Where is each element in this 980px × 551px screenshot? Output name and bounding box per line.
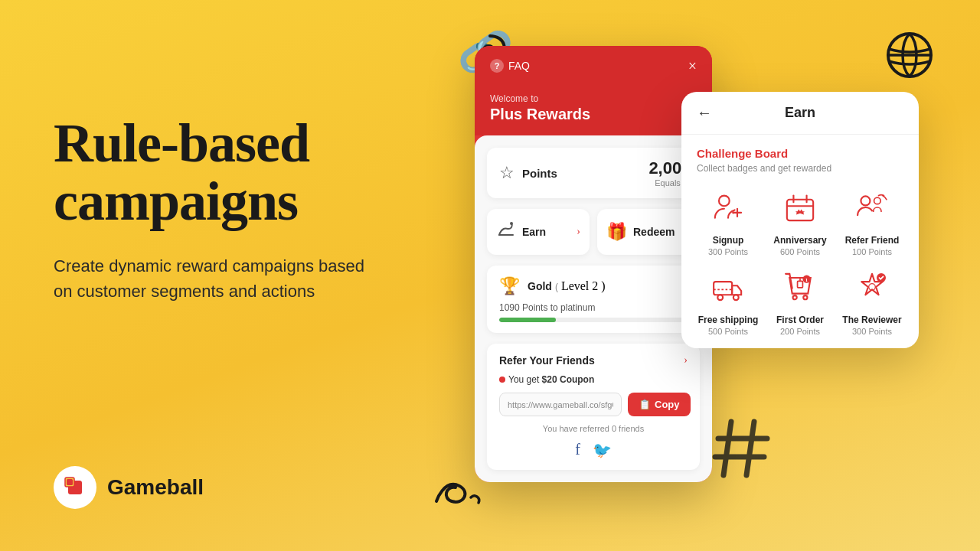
copy-button[interactable]: 📋 Copy: [628, 393, 691, 416]
tier-level-close: ): [601, 279, 605, 292]
first-order-icon: 1: [779, 266, 822, 308]
earn-body: Challenge Board Collect badges and get r…: [681, 135, 919, 348]
shipping-points: 500 Points: [708, 327, 748, 336]
left-content: Rule-based campaigns Create dynamic rewa…: [54, 115, 436, 304]
earn-header: ← Earn: [681, 92, 919, 135]
signup-points: 300 Points: [708, 247, 748, 256]
tier-name: Gold: [528, 280, 552, 292]
earn-item-signup[interactable]: Signup 300 Points: [697, 186, 760, 256]
shipping-label: Free shipping: [698, 315, 759, 325]
svg-text:1: 1: [805, 277, 808, 282]
challenge-subtitle: Collect badges and get rewarded: [697, 163, 903, 174]
refer-arrow-icon: ›: [684, 354, 688, 367]
points-row: ☆ Points 2,000 Equals $: [487, 148, 700, 198]
twitter-icon[interactable]: 🐦: [593, 441, 612, 459]
svg-point-22: [733, 295, 739, 300]
svg-point-10: [719, 196, 730, 207]
earn-item-first-order[interactable]: 1 First Order 200 Points: [769, 266, 831, 336]
redeem-action-left: 🎁 Redeem: [606, 222, 675, 242]
svg-rect-20: [714, 282, 732, 295]
logo: Gameball: [54, 466, 204, 509]
svg-point-24: [793, 295, 797, 299]
svg-point-25: [803, 295, 807, 299]
svg-point-18: [861, 196, 870, 205]
copy-row: 📋 Copy: [499, 393, 688, 416]
reviewer-points: 300 Points: [852, 327, 892, 336]
tier-icon: 🏆: [499, 276, 520, 296]
page-subtext: Create dynamic reward campaigns based on…: [54, 253, 375, 304]
earn-item-reviewer[interactable]: The Reviewer 300 Points: [841, 266, 903, 336]
refer-header: Refer Your Friends ›: [499, 354, 688, 367]
shipping-icon: [707, 266, 750, 308]
progress-bar: [499, 318, 688, 322]
coupon-badge: You get $20 Coupon: [499, 374, 688, 385]
welcome-text: Welcome to: [490, 93, 697, 104]
earn-item-anniversary[interactable]: Anniversary 600 Points: [769, 186, 831, 256]
card-body: ☆ Points 2,000 Equals $: [475, 135, 712, 482]
earn-title: Earn: [724, 105, 876, 121]
svg-point-21: [717, 295, 723, 300]
refer-section: Refer Your Friends › You get $20 Coupon …: [487, 344, 700, 470]
copy-label: Copy: [655, 399, 680, 410]
tier-row: 🏆 Gold ( Level 2 ): [499, 276, 688, 296]
earn-item-refer[interactable]: Refer Friend 100 Points: [841, 186, 903, 256]
copy-icon: 📋: [639, 399, 651, 410]
first-order-points: 200 Points: [780, 327, 820, 336]
points-label: Points: [522, 167, 557, 180]
faq-icon: ?: [490, 59, 504, 73]
svg-rect-26: [798, 281, 803, 288]
reviewer-label: The Reviewer: [842, 315, 901, 325]
globe-icon: [885, 31, 934, 80]
coupon-text: You get $20 Coupon: [508, 374, 594, 385]
card-header: ? FAQ ×: [475, 46, 712, 83]
hashtag-decoration: [712, 414, 781, 486]
logo-text: Gameball: [107, 475, 204, 500]
close-button[interactable]: ×: [688, 58, 697, 73]
tier-level: (: [555, 282, 558, 292]
actions-row: Earn › 🎁 Redeem: [487, 209, 700, 255]
social-row: f 🐦: [499, 441, 688, 459]
signup-icon: [707, 186, 750, 229]
referral-url-input[interactable]: [499, 393, 622, 416]
earn-grid: Signup 300 Points Anniversary 600 Points: [697, 186, 903, 336]
refer-count: You have referred 0 friends: [499, 424, 688, 433]
card-welcome: Welcome to Plus Rewards ↻: [475, 83, 712, 135]
svg-rect-8: [67, 479, 73, 485]
refer-title: Refer Your Friends: [499, 354, 595, 367]
refer-friend-icon: [851, 186, 893, 229]
coupon-amount: $20 Coupon: [542, 374, 595, 385]
first-order-label: First Order: [776, 315, 824, 325]
earn-icon: [496, 220, 516, 244]
anniversary-points: 600 Points: [780, 247, 820, 256]
earn-arrow-icon: ›: [577, 226, 580, 238]
tier-card: 🏆 Gold ( Level 2 ) 1090 Points to platin…: [487, 266, 700, 333]
progress-fill: [499, 318, 556, 322]
refer-points: 100 Points: [852, 247, 892, 256]
earn-action-left: Earn: [496, 220, 546, 244]
anniversary-label: Anniversary: [773, 235, 826, 246]
signup-label: Signup: [713, 235, 744, 246]
page-title: Rule-based campaigns: [54, 115, 436, 230]
facebook-icon[interactable]: f: [575, 441, 580, 459]
rewards-title: Plus Rewards: [490, 106, 697, 123]
faq-text: FAQ: [508, 60, 530, 72]
redeem-icon: 🎁: [606, 222, 627, 242]
back-button[interactable]: ←: [697, 104, 712, 122]
challenge-title: Challenge Board: [697, 147, 903, 160]
coupon-dot: [499, 377, 505, 383]
star-icon: ☆: [499, 163, 514, 183]
faq-label: ? FAQ: [490, 59, 530, 73]
earn-action-card[interactable]: Earn ›: [487, 209, 590, 255]
tier-level-text: Level 2: [561, 279, 598, 292]
redeem-label: Redeem: [633, 226, 675, 238]
earn-card: ← Earn Challenge Board Collect badges an…: [681, 92, 919, 348]
anniversary-icon: [779, 186, 822, 229]
logo-icon: [54, 466, 96, 509]
earn-item-shipping[interactable]: Free shipping 500 Points: [697, 266, 760, 336]
points-left: ☆ Points: [499, 163, 557, 183]
svg-line-3: [746, 422, 754, 475]
tier-points: 1090 Points to platinum: [499, 302, 688, 313]
reviewer-icon: [851, 266, 893, 308]
svg-line-2: [724, 422, 731, 475]
svg-point-19: [874, 197, 881, 204]
